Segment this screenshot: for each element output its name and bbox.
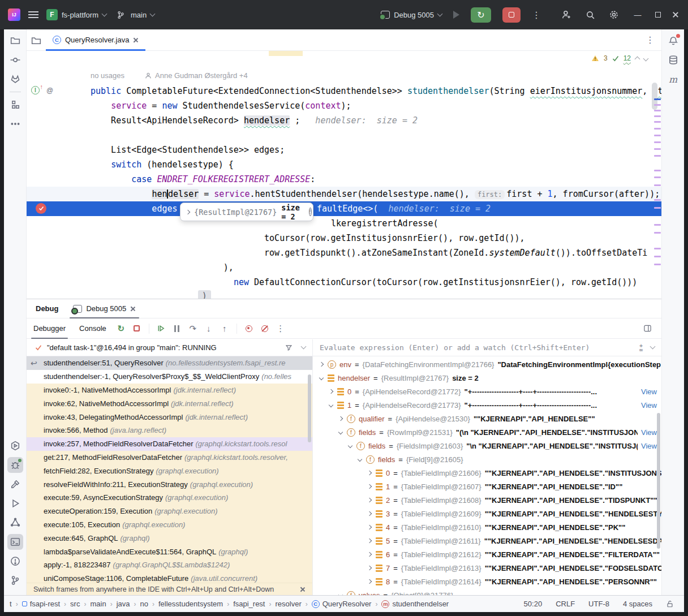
code-line[interactable]: hendelser = service.hentStudenthendelser…: [91, 187, 660, 201]
code-line[interactable]: public CompletableFuture<ExtendedConnect…: [91, 84, 661, 98]
vcs-change-mark[interactable]: [654, 121, 661, 123]
gitlab-icon[interactable]: [7, 71, 23, 87]
breadcrumb-item[interactable]: java: [115, 600, 131, 608]
tab-options-icon[interactable]: ⋮: [646, 35, 655, 45]
variable-row[interactable]: 0={ApiHendelseRecord@21772}"+-----------…: [313, 385, 661, 398]
variable-row[interactable]: 2={TableFieldImpl@21608}""KJERNEAPI"."AP…: [313, 493, 661, 507]
expand-icon[interactable]: [319, 362, 324, 367]
frame-row[interactable]: resolveFieldWithInfo:211, ExecutionStrat…: [27, 477, 312, 491]
maven-icon[interactable]: m: [665, 71, 681, 87]
settings-gear-icon[interactable]: [608, 8, 620, 21]
code-line[interactable]: lkeregistrertAdresse(: [331, 216, 438, 231]
expand-icon[interactable]: [367, 511, 372, 516]
add-watch-icon[interactable]: +∞: [639, 344, 643, 352]
vcs-change-mark[interactable]: [654, 110, 661, 111]
vcs-change-mark[interactable]: [654, 128, 661, 130]
vcs-change-mark[interactable]: [654, 170, 661, 171]
vcs-change-mark[interactable]: [654, 184, 661, 186]
breadcrumb-item[interactable]: fsapi_rest: [232, 600, 266, 608]
run-config-selector[interactable]: Debug 5005: [381, 11, 442, 19]
variable-row[interactable]: 8={TableFieldImpl@21614}""KJERNEAPI"."AP…: [313, 575, 661, 588]
editor-tab-queryresolver[interactable]: C QueryResolver.java: [46, 29, 145, 50]
services-icon[interactable]: [7, 438, 23, 454]
vcs-change-mark[interactable]: [654, 155, 661, 157]
vcs-change-mark[interactable]: [654, 224, 661, 226]
editor-scroll-stripe[interactable]: [651, 51, 661, 299]
vcs-change-mark[interactable]: [654, 207, 661, 209]
rerun-debug-button[interactable]: ↻: [471, 7, 491, 23]
frame-row[interactable]: execute:105, Execution(graphql.execution…: [27, 518, 312, 532]
variable-row[interactable]: ffields={RowImpl9@21531}"(\n "KJERNEAPI"…: [313, 425, 661, 439]
notifications-icon[interactable]: [665, 33, 681, 49]
more-actions-icon[interactable]: ⋮: [532, 10, 541, 20]
frame-row[interactable]: studenthendelser:-1, QueryResolver$Proxy…: [27, 370, 312, 384]
frame-row[interactable]: invoke0:-1, NativeMethodAccessorImpl(jdk…: [27, 384, 312, 397]
vcs-change-mark[interactable]: [654, 135, 661, 136]
add-user-icon[interactable]: [560, 8, 573, 21]
expand-icon[interactable]: [367, 484, 372, 489]
expand-icon[interactable]: [338, 416, 343, 421]
frame-row[interactable]: apply:-1, 818223487(graphql.GraphQL$$Lam…: [27, 558, 312, 572]
info-icon[interactable]: !: [309, 208, 312, 216]
close-button[interactable]: [672, 11, 679, 18]
debug-session-tab[interactable]: Debug 5005: [67, 299, 141, 318]
breakpoint-icon[interactable]: [36, 203, 46, 214]
variable-row[interactable]: fqualifier={ApiHendelse@21530}""KJERNEAP…: [313, 412, 661, 425]
dismiss-tip-icon[interactable]: [300, 587, 306, 592]
code-line[interactable]: edges: [91, 201, 178, 216]
view-link[interactable]: View: [638, 442, 657, 450]
breadcrumb-item[interactable]: t: [8, 600, 13, 608]
chevron-down-icon[interactable]: [643, 55, 649, 61]
variable-row[interactable]: hendelser={ResultImpl@21767}size = 2: [313, 371, 661, 385]
stop-icon[interactable]: [130, 322, 144, 335]
close-session-icon[interactable]: [130, 306, 136, 312]
vcs-change-mark[interactable]: [654, 248, 661, 249]
stop-button[interactable]: [502, 7, 521, 23]
file-encoding[interactable]: UTF-8: [588, 600, 609, 608]
variable-row[interactable]: 3={TableFieldImpl@21609}""KJERNEAPI"."AP…: [313, 507, 661, 520]
caret-position[interactable]: 50:20: [524, 600, 543, 608]
breadcrumb-item[interactable]: fellesstudentsystem: [157, 600, 224, 608]
frame-row[interactable]: invoke:257, MethodFieldResolverDataFetch…: [27, 437, 312, 451]
breadcrumb-item[interactable]: CQueryResolver: [311, 600, 373, 608]
search-icon[interactable]: [584, 8, 596, 21]
code-line[interactable]: Result<ApiHendelseRecord> hendelser ; he…: [91, 113, 418, 128]
view-breakpoints-icon[interactable]: [242, 322, 256, 335]
step-out-icon[interactable]: ↑: [217, 322, 232, 335]
frame-row[interactable]: execute:59, AsyncExecutionStrategy(graph…: [27, 491, 312, 505]
expand-icon[interactable]: [367, 552, 372, 557]
chevron-down-icon[interactable]: [650, 344, 656, 350]
variable-row[interactable]: 1={ApiHendelseRecord@21773}"+-----------…: [313, 398, 661, 412]
breadcrumb-item[interactable]: mstudenthendelser: [380, 600, 450, 608]
graphql-icon[interactable]: [7, 515, 23, 531]
structure-icon[interactable]: [7, 97, 23, 113]
tab-debugger[interactable]: Debugger: [27, 318, 72, 339]
code-line[interactable]: faultEdge<>( hendelser: size = 2: [317, 201, 491, 216]
code-line[interactable]: toCursor(row.getInstitusjonsnrEier(), ro…: [91, 231, 525, 245]
terminal-icon[interactable]: [7, 534, 23, 550]
vcs-change-mark[interactable]: [654, 232, 661, 234]
expand-icon[interactable]: [367, 566, 372, 570]
frame-row[interactable]: uniComposeStage:1106, CompletableFuture(…: [27, 572, 312, 583]
expand-icon[interactable]: [186, 209, 190, 214]
variable-row[interactable]: 1={TableFieldImpl@21607}""KJERNEAPI"."AP…: [313, 480, 661, 493]
line-ending[interactable]: CRLF: [556, 600, 575, 608]
code-line[interactable]: List<Edge<Studenthendelse>> edges;: [91, 143, 285, 157]
step-over-icon[interactable]: ↷: [186, 322, 200, 335]
run-icon[interactable]: [7, 496, 23, 511]
frame-row[interactable]: executeOperation:159, Execution(graphql.…: [27, 505, 312, 518]
variables-scrollbar[interactable]: [657, 413, 660, 549]
implemented-marker-icon[interactable]: I↑: [31, 86, 40, 94]
frame-row[interactable]: lambda$parseValidateAndExecute$11:564, G…: [27, 545, 312, 558]
main-menu-icon[interactable]: [28, 11, 38, 18]
pause-icon[interactable]: [170, 322, 184, 335]
project-widget[interactable]: F fs-plattform: [46, 9, 106, 20]
close-tab-icon[interactable]: [133, 37, 139, 43]
variable-row[interactable]: 6={TableFieldImpl@21612}""KJERNEAPI"."AP…: [313, 548, 661, 561]
mute-breakpoints-icon[interactable]: [257, 322, 272, 335]
branch-widget[interactable]: main: [114, 8, 154, 21]
database-icon[interactable]: [665, 52, 681, 68]
commit-icon[interactable]: [7, 52, 23, 68]
variable-row[interactable]: 4={TableFieldImpl@21610}""KJERNEAPI"."AP…: [313, 520, 661, 534]
expand-icon[interactable]: [329, 389, 333, 394]
